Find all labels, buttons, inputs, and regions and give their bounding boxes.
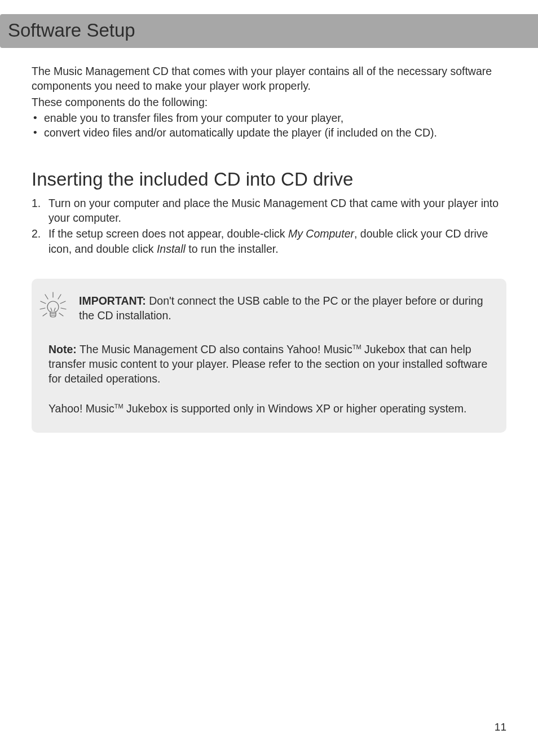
intro-paragraph-2: These components do the following: <box>32 95 506 109</box>
svg-line-6 <box>61 308 66 309</box>
note-text: Note: The Music Management CD also conta… <box>48 342 490 386</box>
step-item: Turn on your computer and place the Musi… <box>32 196 506 226</box>
svg-line-2 <box>58 295 61 299</box>
trademark-symbol: TM <box>352 343 361 350</box>
important-row: IMPORTANT: Don't connect the USB cable t… <box>48 293 490 325</box>
bullet-item: enable you to transfer files from your c… <box>32 111 506 125</box>
important-text: IMPORTANT: Don't connect the USB cable t… <box>79 293 490 323</box>
page-content: The Music Management CD that comes with … <box>0 48 538 433</box>
note-label: Note: <box>48 343 77 355</box>
svg-line-4 <box>60 301 65 304</box>
intro-bullets: enable you to transfer files from your c… <box>32 111 506 140</box>
bullet-item: convert video files and/or automatically… <box>32 125 506 140</box>
lightbulb-icon <box>38 291 68 325</box>
svg-point-9 <box>47 301 59 313</box>
svg-line-3 <box>41 301 46 304</box>
support-text: Yahoo! MusicTM Jukebox is supported only… <box>48 401 490 416</box>
support-b: Jukebox is supported only in Windows XP … <box>124 402 467 415</box>
svg-line-8 <box>59 313 63 316</box>
important-label: IMPORTANT: <box>79 295 146 307</box>
page-number: 11 <box>495 721 506 733</box>
emphasis-my-computer: My Computer <box>288 227 354 240</box>
section-title: Software Setup <box>8 20 530 41</box>
info-box: IMPORTANT: Don't connect the USB cable t… <box>32 279 506 433</box>
step-item: If the setup screen does not appear, dou… <box>32 226 506 256</box>
support-a: Yahoo! Music <box>48 402 114 415</box>
trademark-symbol: TM <box>114 402 124 409</box>
emphasis-install: Install <box>157 243 188 255</box>
svg-line-5 <box>40 308 45 309</box>
section-header-bar: Software Setup <box>0 14 538 48</box>
svg-line-7 <box>43 313 47 316</box>
subheading-inserting-cd: Inserting the included CD into CD drive <box>32 169 506 190</box>
step-text: If the setup screen does not appear, dou… <box>48 227 288 240</box>
intro-paragraph-1: The Music Management CD that comes with … <box>32 64 506 94</box>
steps-list: Turn on your computer and place the Musi… <box>32 196 506 256</box>
step-text: to run the installer. <box>188 243 278 255</box>
note-body-a: The Music Management CD also contains Ya… <box>77 343 352 355</box>
svg-line-1 <box>45 295 48 299</box>
